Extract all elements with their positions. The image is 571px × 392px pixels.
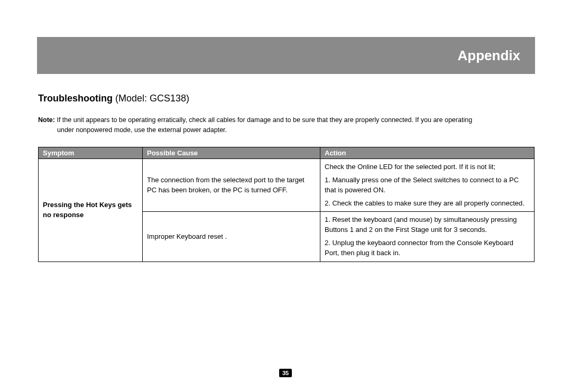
cell-action: 1. Reset the keyboard (and mouse) by sim… [320, 212, 535, 262]
cell-cause: The connection from the selectexd port t… [143, 159, 320, 212]
subtitle-rest: (Model: GCS138) [113, 93, 189, 104]
note-paragraph: Note: If the unit appears to be operatin… [38, 115, 535, 135]
action-line: 2. Check the cables to make sure they ar… [325, 199, 530, 209]
document-page: Appendix Troubleshooting (Model: GCS138)… [0, 0, 571, 392]
col-action: Action [320, 147, 535, 159]
action-line: 1. Manually press one of the Select swit… [325, 175, 530, 195]
note-label: Note: [38, 116, 55, 124]
col-cause: Possible Cause [143, 147, 320, 159]
action-line: 1. Reset the keyboard (and mouse) by sim… [325, 215, 530, 235]
note-line1: If the unit appears to be operating erra… [55, 116, 472, 124]
action-line: 2. Unplug the keybaord connector from th… [325, 238, 530, 258]
header-band: Appendix [37, 37, 535, 74]
section-subtitle: Troubleshooting (Model: GCS138) [38, 93, 189, 104]
page-number-container: 35 [0, 368, 571, 377]
table-header-row: Symptom Possible Cause Action [39, 147, 535, 159]
table-row: Pressing the Hot Keys gets no response T… [39, 159, 535, 212]
action-line: Check the Online LED for the selected po… [325, 162, 530, 172]
subtitle-bold: Troubleshooting [38, 93, 113, 104]
troubleshooting-table: Symptom Possible Cause Action Pressing t… [38, 147, 535, 262]
cell-cause: Improper Keyboard reset . [143, 212, 320, 262]
col-symptom: Symptom [39, 147, 143, 159]
header-title: Appendix [458, 48, 520, 64]
note-line2: under nonpowered mode, use the external … [57, 125, 535, 135]
cell-action: Check the Online LED for the selected po… [320, 159, 535, 212]
page-number: 35 [279, 369, 292, 377]
cell-symptom: Pressing the Hot Keys gets no response [39, 159, 143, 262]
